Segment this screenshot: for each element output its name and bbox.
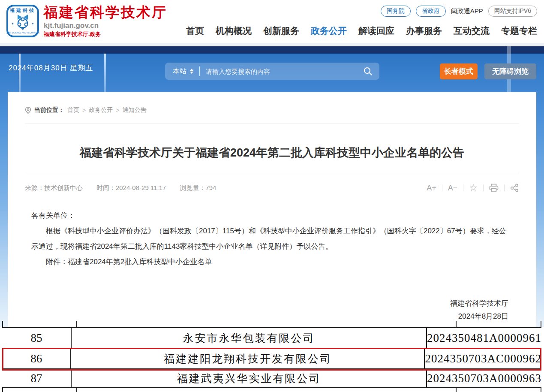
article-body: 各有关单位： 根据《科技型中小企业评价办法》（国科发政〔2017〕115号）和《… xyxy=(31,208,508,270)
link-provincial-gov[interactable]: 省政府 xyxy=(416,6,446,17)
svg-text:✦: ✦ xyxy=(11,22,14,26)
font-decrease-button[interactable]: A− xyxy=(448,184,458,193)
nav-gov-disclosure[interactable]: 政务公开 xyxy=(311,25,347,37)
favorite-star-icon[interactable]: ☆ xyxy=(469,184,478,192)
signature-block: 福建省科学技术厅 2024年8月28日 xyxy=(450,297,508,323)
site-domain: kjt.fujian.gov.cn xyxy=(44,21,167,30)
breadcrumb-home[interactable]: 首页 xyxy=(67,106,79,114)
nav-home[interactable]: 首页 xyxy=(186,25,204,37)
divider xyxy=(25,173,519,173)
table-border-stub xyxy=(76,388,77,392)
table-border-stub xyxy=(76,321,77,327)
brand-block: 福建省科学技术厅 kjt.fujian.gov.cn 福建省科学技术厅.政务 xyxy=(44,5,167,38)
divider xyxy=(25,124,519,124)
nav-services[interactable]: 办事服务 xyxy=(406,25,442,37)
main-nav: 首页 机构概况 创新服务 政务公开 解读回应 办事服务 互动交流 专题专栏 xyxy=(186,25,537,37)
link-state-council[interactable]: 国务院 xyxy=(381,6,411,17)
navy-strip xyxy=(0,46,544,54)
location-pin-icon xyxy=(25,107,31,114)
salutation: 各有关单位： xyxy=(31,208,508,223)
search-divider xyxy=(199,66,200,76)
table-border-stub xyxy=(541,388,541,392)
breadcrumb-separator: > xyxy=(116,107,119,114)
search-scope-value: 本站 xyxy=(173,67,186,76)
table-border-stub xyxy=(2,388,3,392)
ipv6-badge: 网站支持IPV6 xyxy=(488,6,537,17)
chevron-updown-icon xyxy=(190,69,193,74)
site-logo-icon: 福建科技 FUJIAN SCIENCE AND TECHNOLOGY ✦ ✦ xyxy=(6,4,39,38)
accessibility-button[interactable]: 无障碍浏览 xyxy=(484,63,536,79)
table-row: 87 福建武夷兴华实业有限公司 2024350703A0000963 xyxy=(2,369,541,387)
row-number: 85 xyxy=(2,328,72,348)
nav-interpretation[interactable]: 解读回应 xyxy=(358,25,394,37)
row-number: 86 xyxy=(2,349,71,368)
company-name: 永安市永华包装有限公司 xyxy=(72,328,427,348)
search-bar[interactable]: 本站 xyxy=(165,63,379,80)
print-icon[interactable] xyxy=(489,184,499,192)
article-views: 浏览量：794 xyxy=(180,184,216,192)
registration-code: 2024350703AC000962 xyxy=(425,349,541,368)
article-title: 福建省科学技术厅关于福建省2024年第二批入库科技型中小企业名单的公告 xyxy=(33,145,511,160)
article-meta: 来源：技术创新中心 时间：2024-08-29 11:17 浏览量：794 A+… xyxy=(25,180,519,196)
nav-overview[interactable]: 机构概况 xyxy=(216,25,252,37)
breadcrumb-label: 当前位置： xyxy=(34,106,64,114)
svg-text:福建科技: 福建科技 xyxy=(9,8,36,13)
header-gap-strip xyxy=(0,43,544,46)
registration-code: 2024350703A0000963 xyxy=(427,369,541,387)
signer: 福建省科学技术厅 xyxy=(450,297,508,310)
breadcrumb-separator: > xyxy=(82,107,86,114)
nav-special-topics[interactable]: 专题专栏 xyxy=(501,25,537,37)
link-minzhengtong-app[interactable]: 闽政通APP xyxy=(451,7,483,15)
site-subtitle: 福建省科学技术厅.政务 xyxy=(44,30,167,38)
svg-text:FUJIAN SCIENCE AND TECHNOLOGY: FUJIAN SCIENCE AND TECHNOLOGY xyxy=(6,31,39,34)
company-name: 福建武夷兴华实业有限公司 xyxy=(72,369,427,387)
breadcrumb: 当前位置： 首页 > 政务公开 > 通知公告 xyxy=(25,106,146,114)
site-header: 福建科技 FUJIAN SCIENCE AND TECHNOLOGY ✦ ✦ 福… xyxy=(0,0,544,43)
company-list-table: 85 永安市永华包装有限公司 2024350481A0000961 86 福建建… xyxy=(2,320,541,392)
table-border-stub xyxy=(2,321,3,327)
font-increase-button[interactable]: A+ xyxy=(427,184,436,193)
breadcrumb-gov-disclosure[interactable]: 政务公开 xyxy=(89,106,113,114)
table-border-stub xyxy=(456,321,457,327)
search-icon[interactable] xyxy=(363,66,373,76)
table-row: 85 永安市永华包装有限公司 2024350481A0000961 xyxy=(2,328,541,349)
company-name: 福建建阳龙翔科技开发有限公司 xyxy=(71,349,425,368)
current-date: 2024年08月30日 星期五 xyxy=(9,63,93,73)
search-scope-select[interactable]: 本站 xyxy=(165,67,193,76)
quick-links: 国务院 省政府 闽政通APP 网站支持IPV6 xyxy=(381,6,537,17)
attachment-link[interactable]: 附件：福建省2024年第2批入库科技型中小企业名单 xyxy=(31,254,508,270)
table-border-stub xyxy=(456,388,457,392)
body-paragraph: 根据《科技型中小企业评价办法》（国科发政〔2017〕115号）和《科技型中小企业… xyxy=(31,223,508,254)
site-title: 福建省科学技术厅 xyxy=(44,5,167,20)
table-border-stub xyxy=(541,321,541,327)
svg-text:✦: ✦ xyxy=(31,22,34,26)
article-source: 来源：技术创新中心 xyxy=(25,184,83,192)
nav-innovation-services[interactable]: 创新服务 xyxy=(263,25,299,37)
search-input[interactable] xyxy=(206,68,363,75)
table-row-highlighted: 86 福建建阳龙翔科技开发有限公司 2024350703AC000962 xyxy=(2,349,541,369)
nav-interaction[interactable]: 互动交流 xyxy=(454,25,490,37)
article-time: 时间：2024-08-29 11:17 xyxy=(96,184,166,192)
breadcrumb-notices[interactable]: 通知公告 xyxy=(122,106,146,114)
row-number: 87 xyxy=(2,369,72,387)
article-tools: A+ A− ☆ xyxy=(427,184,519,193)
registration-code: 2024350481A0000961 xyxy=(427,328,541,348)
share-icon[interactable] xyxy=(510,184,519,192)
elder-mode-button[interactable]: 长者模式 xyxy=(440,63,478,79)
table-grid: 85 永安市永华包装有限公司 2024350481A0000961 86 福建建… xyxy=(2,327,541,388)
